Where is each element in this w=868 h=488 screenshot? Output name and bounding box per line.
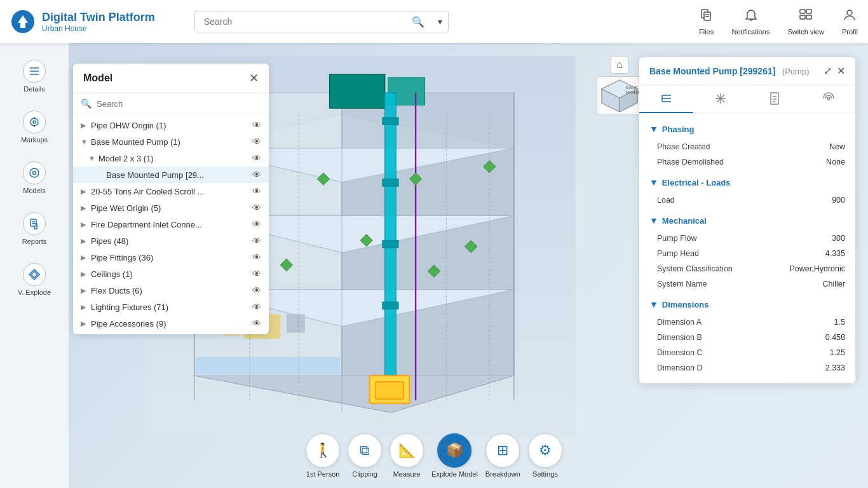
svg-text:RIGHT: RIGHT bbox=[626, 90, 641, 95]
section-title: Dimensions bbox=[662, 300, 709, 309]
tree-eye-button[interactable]: 👁 bbox=[252, 252, 261, 262]
detail-expand-button[interactable]: ⤢ bbox=[824, 65, 832, 77]
toolbar-btn-1st-person[interactable]: 🚶 1st Person bbox=[306, 433, 340, 478]
tree-item[interactable]: Base Mounted Pump [29... 👁 bbox=[73, 166, 269, 183]
files-icon bbox=[699, 8, 714, 27]
svg-point-9 bbox=[847, 10, 852, 15]
tree-item[interactable]: ▶ 20-55 Tons Air Cooled Scroll ... 👁 bbox=[73, 183, 269, 200]
tree-eye-button[interactable]: 👁 bbox=[252, 302, 261, 312]
detail-property-row: Dimension D 2.333 bbox=[639, 360, 855, 376]
property-key: Pump Flow bbox=[657, 234, 751, 243]
models-icon bbox=[23, 161, 46, 184]
tree-label: Pipe Accessories (9) bbox=[91, 319, 250, 329]
header-search-input[interactable] bbox=[194, 11, 449, 32]
detail-close-button[interactable]: ✕ bbox=[837, 65, 845, 77]
model-panel-close-button[interactable]: ✕ bbox=[249, 71, 259, 85]
model-search-input[interactable] bbox=[97, 99, 261, 109]
detail-section-header-0[interactable]: ▼ Phasing bbox=[639, 119, 855, 139]
tree-item[interactable]: ▶ Pipe DHW Origin (1) 👁 bbox=[73, 117, 269, 133]
detail-property-row: Dimension B 0.458 bbox=[639, 330, 855, 345]
tree-eye-button[interactable]: 👁 bbox=[252, 170, 261, 180]
tree-item[interactable]: ▶ Pipe Fittings (36) 👁 bbox=[73, 249, 269, 266]
sidebar-item-reports[interactable]: Reports bbox=[9, 206, 60, 252]
nav-cube-display[interactable]: RIGHT BACK bbox=[597, 76, 642, 114]
tree-eye-button[interactable]: 👁 bbox=[252, 219, 261, 229]
tree-label: Pipe Wet Origin (5) bbox=[91, 203, 250, 213]
tree-arrow: ▶ bbox=[81, 237, 91, 245]
svg-rect-6 bbox=[806, 10, 811, 13]
tree-item[interactable]: ▶ Flex Ducts (6) 👁 bbox=[73, 282, 269, 299]
svg-point-14 bbox=[33, 121, 36, 123]
v-explode-icon bbox=[23, 263, 46, 286]
tree-eye-button[interactable]: 👁 bbox=[252, 285, 261, 295]
sidebar-item-markups[interactable]: Markups bbox=[9, 104, 60, 150]
detail-title-area: Base Mounted Pump [299261] (Pump) bbox=[649, 65, 809, 77]
tree-label: Base Mounted Pump (1) bbox=[91, 137, 250, 147]
toolbar-btn-settings[interactable]: ⚙ Settings bbox=[528, 433, 562, 478]
header-action-profil[interactable]: Profil bbox=[842, 8, 858, 36]
tree-arrow: ▶ bbox=[81, 204, 91, 212]
tree-arrow: ▶ bbox=[81, 270, 91, 278]
tree-label: Ceilings (1) bbox=[91, 269, 250, 279]
property-key: Dimension C bbox=[657, 348, 751, 357]
property-key: Load bbox=[657, 196, 751, 205]
property-value: 900 bbox=[751, 196, 845, 205]
detail-property-row: Dimension C 1.25 bbox=[639, 345, 855, 360]
detail-tab-document[interactable] bbox=[747, 85, 801, 113]
header-action-notifications[interactable]: Notifications bbox=[732, 8, 770, 36]
toolbar-btn-breakdown[interactable]: ⊞ Breakdown bbox=[485, 433, 520, 478]
detail-tab-properties[interactable] bbox=[639, 85, 693, 113]
detail-property-row: System Name Chiller bbox=[639, 276, 855, 292]
detail-section-header-2[interactable]: ▼ Mechanical bbox=[639, 210, 855, 231]
detail-tab-transform[interactable] bbox=[693, 85, 747, 113]
tree-item[interactable]: ▶ Lighting Fixtures (71) 👁 bbox=[73, 299, 269, 315]
tree-eye-button[interactable]: 👁 bbox=[252, 269, 261, 279]
tree-eye-button[interactable]: 👁 bbox=[252, 186, 261, 196]
tree-item[interactable]: ▶ Pipe Accessories (9) 👁 bbox=[73, 315, 269, 332]
tree-eye-button[interactable]: 👁 bbox=[252, 153, 261, 163]
detail-section-header-1[interactable]: ▼ Electrical - Loads bbox=[639, 172, 855, 193]
model-panel-title: Model bbox=[83, 72, 112, 84]
nav-home-button[interactable]: ⌂ bbox=[611, 56, 628, 74]
tree-item[interactable]: ▶ Fire Department Inlet Conne... 👁 bbox=[73, 216, 269, 233]
detail-property-row: Pump Flow 300 bbox=[639, 231, 855, 246]
tree-item[interactable]: ▶ Pipe Wet Origin (5) 👁 bbox=[73, 200, 269, 216]
detail-tab-sensors[interactable] bbox=[801, 85, 855, 113]
tree-eye-button[interactable]: 👁 bbox=[252, 137, 261, 147]
breakdown-label: Breakdown bbox=[485, 470, 520, 478]
header-search-dropdown[interactable]: ▾ bbox=[438, 17, 442, 27]
header-search-button[interactable]: 🔍 bbox=[412, 16, 424, 28]
tree-item[interactable]: ▶ Pipes (48) 👁 bbox=[73, 233, 269, 249]
toolbar-btn-explode-model[interactable]: 📦 Explode Model bbox=[431, 433, 478, 478]
tree-item[interactable]: ▼ Base Mounted Pump (1) 👁 bbox=[73, 133, 269, 150]
tree-item[interactable]: ▼ Model 2 x 3 (1) 👁 bbox=[73, 150, 269, 166]
app-title: Digital Twin Platform bbox=[42, 11, 155, 24]
left-sidebar: Details Markups Models bbox=[0, 43, 69, 488]
property-value: 1.25 bbox=[751, 348, 845, 357]
property-value: 2.333 bbox=[751, 363, 845, 372]
detail-property-row: Dimension A 1.5 bbox=[639, 315, 855, 330]
tree-eye-button[interactable]: 👁 bbox=[252, 120, 261, 130]
svg-rect-81 bbox=[771, 93, 778, 104]
tree-eye-button[interactable]: 👁 bbox=[252, 318, 261, 329]
header-actions: Files Notifications Switch view bbox=[699, 8, 858, 36]
toolbar-btn-clipping[interactable]: ⧉ Clipping bbox=[348, 433, 382, 478]
tree-item[interactable]: ▶ Ceilings (1) 👁 bbox=[73, 266, 269, 282]
header-action-switch-view[interactable]: Switch view bbox=[787, 8, 824, 36]
clipping-icon: ⧉ bbox=[348, 433, 382, 468]
explode-model-icon: 📦 bbox=[437, 433, 471, 468]
detail-property-row: Phase Demolished None bbox=[639, 154, 855, 170]
tree-eye-button[interactable]: 👁 bbox=[252, 203, 261, 213]
detail-section: ▼ Electrical - Loads Load 900 bbox=[639, 172, 855, 208]
sidebar-item-details[interactable]: Details bbox=[9, 53, 60, 99]
detail-section-header-3[interactable]: ▼ Dimensions bbox=[639, 294, 855, 315]
tree-eye-button[interactable]: 👁 bbox=[252, 236, 261, 246]
detail-panel: Base Mounted Pump [299261] (Pump) ⤢ ✕ bbox=[639, 57, 855, 383]
tree-arrow: ▶ bbox=[81, 320, 91, 328]
detail-section: ▼ Dimensions Dimension A 1.5 Dimension B… bbox=[639, 294, 855, 376]
sidebar-item-models[interactable]: Models bbox=[9, 155, 60, 201]
sidebar-item-v-explode[interactable]: V. Explode bbox=[9, 257, 60, 302]
header-action-files[interactable]: Files bbox=[699, 8, 714, 36]
tree-arrow: ▶ bbox=[81, 254, 91, 262]
toolbar-btn-measure[interactable]: 📐 Measure bbox=[390, 433, 424, 478]
